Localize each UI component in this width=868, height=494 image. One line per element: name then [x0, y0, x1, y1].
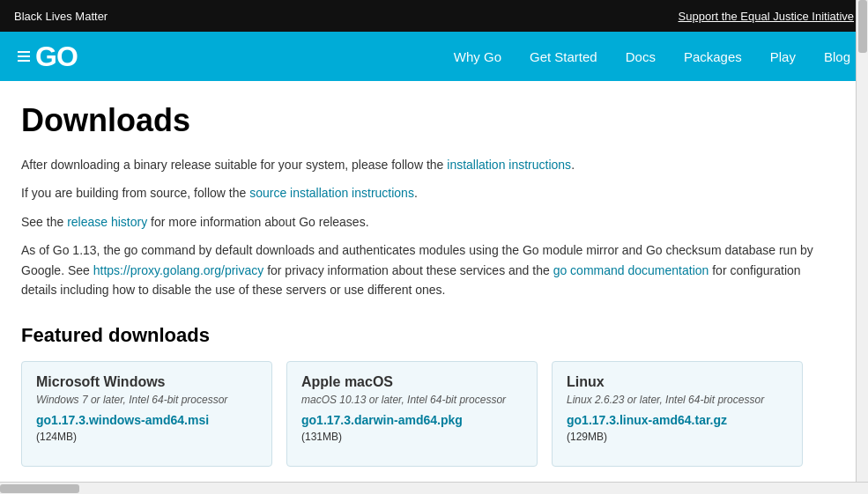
- blm-text: Black Lives Matter: [14, 10, 108, 23]
- card-filesize-2: (129MB): [567, 431, 788, 443]
- card-subtitle-1: macOS 10.13 or later, Intel 64-bit proce…: [301, 394, 523, 406]
- horizontal-scrollbar-thumb[interactable]: [0, 484, 79, 488]
- download-card-0: Microsoft Windows Windows 7 or later, In…: [21, 361, 272, 467]
- nav-item-docs[interactable]: Docs: [626, 49, 656, 64]
- nav-item-get-started[interactable]: Get Started: [530, 49, 597, 64]
- nav-item-blog[interactable]: Blog: [824, 49, 850, 64]
- card-subtitle-0: Windows 7 or later, Intel 64-bit process…: [36, 394, 257, 406]
- vertical-scrollbar-thumb[interactable]: [858, 0, 867, 53]
- vertical-scrollbar[interactable]: [856, 0, 868, 482]
- intro4-mid: for privacy information about these serv…: [263, 263, 553, 277]
- intro-paragraph-2: If you are building from source, follow …: [21, 183, 825, 203]
- intro1-before: After downloading a binary release suita…: [21, 158, 447, 172]
- intro3-before: See the: [21, 215, 67, 229]
- intro2-before: If you are building from source, follow …: [21, 186, 249, 200]
- top-banner: Black Lives Matter Support the Equal Jus…: [0, 0, 868, 32]
- installation-instructions-link[interactable]: installation instructions: [447, 158, 571, 172]
- nav-item-play[interactable]: Play: [770, 49, 796, 64]
- logo-lines-icon: [18, 51, 30, 62]
- intro2-after: .: [414, 186, 418, 200]
- card-filename-1[interactable]: go1.17.3.darwin-amd64.pkg: [301, 413, 523, 427]
- featured-downloads-title: Featured downloads: [21, 324, 825, 347]
- intro3-after: for more information about Go releases.: [147, 215, 368, 229]
- main-content: Downloads After downloading a binary rel…: [0, 81, 846, 488]
- nav-link-blog[interactable]: Blog: [824, 49, 850, 64]
- horizontal-scrollbar[interactable]: [0, 482, 868, 488]
- intro1-after: .: [571, 158, 575, 172]
- download-cards: Microsoft Windows Windows 7 or later, In…: [21, 361, 825, 467]
- navbar: GO Why Go Get Started Docs Packages Play…: [0, 32, 868, 81]
- nav-link-docs[interactable]: Docs: [626, 49, 656, 64]
- nav-item-packages[interactable]: Packages: [684, 49, 742, 64]
- nav-link-get-started[interactable]: Get Started: [530, 49, 597, 64]
- nav-item-why-go[interactable]: Why Go: [454, 49, 501, 64]
- intro-paragraph-3: See the release history for more informa…: [21, 212, 825, 232]
- nav-link-packages[interactable]: Packages: [684, 49, 742, 64]
- card-subtitle-2: Linux 2.6.23 or later, Intel 64-bit proc…: [567, 394, 788, 406]
- nav-links: Why Go Get Started Docs Packages Play Bl…: [454, 49, 850, 64]
- ej-link[interactable]: Support the Equal Justice Initiative: [679, 10, 854, 23]
- download-card-1: Apple macOS macOS 10.13 or later, Intel …: [286, 361, 538, 467]
- card-os-1: Apple macOS: [301, 374, 523, 390]
- proxy-link[interactable]: https://proxy.golang.org/privacy: [93, 263, 264, 277]
- go-command-doc-link[interactable]: go command documentation: [553, 263, 709, 277]
- intro-paragraph-1: After downloading a binary release suita…: [21, 155, 825, 174]
- release-history-link[interactable]: release history: [67, 215, 147, 229]
- card-filesize-0: (124MB): [36, 431, 257, 443]
- nav-link-why-go[interactable]: Why Go: [454, 49, 501, 64]
- card-filename-2[interactable]: go1.17.3.linux-amd64.tar.gz: [567, 413, 788, 427]
- source-instructions-link[interactable]: source installation instructions: [249, 186, 414, 200]
- card-os-2: Linux: [567, 374, 788, 390]
- card-filename-0[interactable]: go1.17.3.windows-amd64.msi: [36, 413, 257, 427]
- nav-link-play[interactable]: Play: [770, 49, 796, 64]
- logo-text: GO: [35, 42, 78, 70]
- card-os-0: Microsoft Windows: [36, 374, 257, 390]
- card-filesize-1: (131MB): [301, 431, 523, 443]
- logo[interactable]: GO: [18, 42, 78, 70]
- intro-paragraph-4: As of Go 1.13, the go command by default…: [21, 240, 825, 299]
- download-card-2: Linux Linux 2.6.23 or later, Intel 64-bi…: [552, 361, 803, 467]
- page-title: Downloads: [21, 102, 825, 139]
